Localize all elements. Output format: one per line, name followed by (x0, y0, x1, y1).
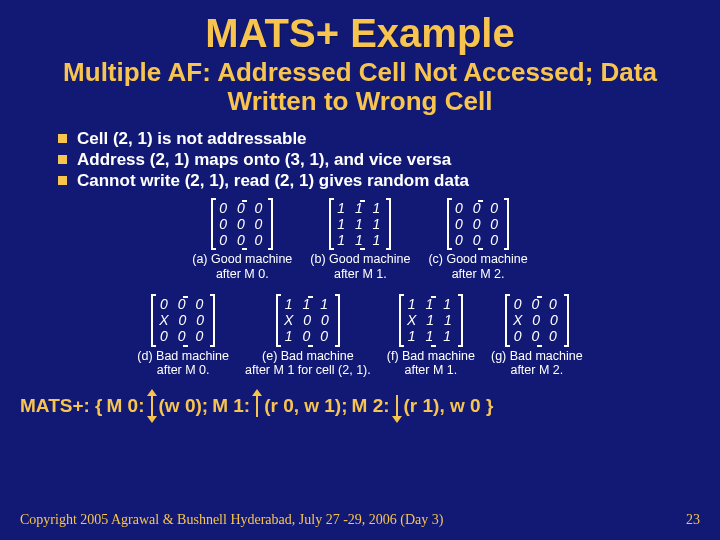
bullet-text: Cannot write (2, 1), read (2, 1) gives r… (77, 171, 469, 191)
good-matrix-row: 0 0 0 0 0 0 0 0 0 (a) Good machine after… (18, 199, 702, 281)
matrix-row: 0 0 0 (219, 216, 265, 232)
mats-m1-label: M 1: (212, 395, 250, 417)
matrix-brackets: 1 1 1 X 1 1 1 1 1 (399, 295, 463, 345)
matrix-row: 0 0 0 (219, 232, 265, 248)
matrix-row: X 1 1 (407, 312, 455, 328)
matrix-row: 0 0 0 (513, 328, 561, 344)
matrix-row: X 0 0 (159, 312, 207, 328)
matrix-row: 0 0 0 (513, 296, 561, 312)
bullet-text: Address (2, 1) maps onto (3, 1), and vic… (77, 150, 451, 170)
matrix-row: 0 0 0 (455, 232, 501, 248)
mats-r1w0: (r 1), w 0 } (404, 395, 494, 417)
matrix-row: 0 0 0 (455, 216, 501, 232)
matrix-row: 1 1 1 (337, 216, 383, 232)
matrix-c: 0 0 0 0 0 0 0 0 0 (c) Good machine after… (428, 199, 527, 281)
bullet-list: Cell (2, 1) is not addressable Address (… (58, 129, 702, 191)
matrix-brackets: 0 0 0 0 0 0 0 0 0 (211, 199, 273, 249)
bullet-text: Cell (2, 1) is not addressable (77, 129, 307, 149)
matrix-caption: (e) Bad machine after M 1 for cell (2, 1… (245, 349, 371, 378)
bullet-item: Cell (2, 1) is not addressable (58, 129, 702, 149)
matrix-brackets: 0 0 0 X 0 0 0 0 0 (505, 295, 569, 345)
matrix-row: 0 0 0 (219, 200, 265, 216)
bullet-icon (58, 155, 67, 164)
matrix-brackets: 1 1 1 1 1 1 1 1 1 (329, 199, 391, 249)
slide-title: MATS+ Example (18, 12, 702, 54)
matrix-row: X 0 0 (513, 312, 561, 328)
matrix-caption: (g) Bad machine after M 2. (491, 349, 583, 378)
matrix-row: 1 1 1 (407, 296, 455, 312)
matrix-row: X 0 0 (284, 312, 332, 328)
mats-w0: (w 0); (159, 395, 209, 417)
arrow-down-icon (396, 395, 398, 417)
bullet-icon (58, 176, 67, 185)
matrix-b: 1 1 1 1 1 1 1 1 1 (b) Good machine after… (310, 199, 410, 281)
page-number: 23 (686, 512, 700, 528)
matrix-brackets: 1 1 1 X 0 0 1 0 0 (276, 295, 340, 345)
bad-matrix-row: 0 0 0 X 0 0 0 0 0 (d) Bad machine after … (18, 295, 702, 377)
matrix-caption: (c) Good machine after M 2. (428, 252, 527, 281)
arrow-up-icon (256, 395, 258, 417)
matrix-row: 1 0 0 (284, 328, 332, 344)
arrow-updown-icon (151, 395, 153, 417)
matrix-caption: (f) Bad machine after M 1. (387, 349, 475, 378)
matrix-caption: (b) Good machine after M 1. (310, 252, 410, 281)
matrix-row: 0 0 0 (159, 296, 207, 312)
mats-label: MATS+: { (20, 395, 103, 417)
mats-m2-label: M 2: (352, 395, 390, 417)
matrix-brackets: 0 0 0 0 0 0 0 0 0 (447, 199, 509, 249)
slide-subtitle: Multiple AF: Addressed Cell Not Accessed… (18, 58, 702, 115)
matrix-caption: (d) Bad machine after M 0. (137, 349, 229, 378)
matrix-row: 0 0 0 (455, 200, 501, 216)
matrix-caption: (a) Good machine after M 0. (192, 252, 292, 281)
matrix-row: 1 1 1 (337, 200, 383, 216)
slide: MATS+ Example Multiple AF: Addressed Cel… (0, 0, 720, 540)
mats-r0w1: (r 0, w 1); (264, 395, 347, 417)
matrix-g: 0 0 0 X 0 0 0 0 0 (g) Bad machine after … (491, 295, 583, 377)
bullet-icon (58, 134, 67, 143)
matrix-d: 0 0 0 X 0 0 0 0 0 (d) Bad machine after … (137, 295, 229, 377)
mats-m0-label: M 0: (107, 395, 145, 417)
bullet-item: Cannot write (2, 1), read (2, 1) gives r… (58, 171, 702, 191)
matrix-row: 1 1 1 (337, 232, 383, 248)
matrix-row: 1 1 1 (284, 296, 332, 312)
matrix-e: 1 1 1 X 0 0 1 0 0 (e) Bad machine after … (245, 295, 371, 377)
matrix-a: 0 0 0 0 0 0 0 0 0 (a) Good machine after… (192, 199, 292, 281)
matrix-row: 0 0 0 (159, 328, 207, 344)
matrix-f: 1 1 1 X 1 1 1 1 1 (f) Bad machine after … (387, 295, 475, 377)
matrix-row: 1 1 1 (407, 328, 455, 344)
matrix-brackets: 0 0 0 X 0 0 0 0 0 (151, 295, 215, 345)
slide-footer: Copyright 2005 Agrawal & Bushnell Hydera… (20, 512, 700, 528)
mats-algorithm-line: MATS+: { M 0: (w 0); M 1: (r 0, w 1); M … (20, 395, 702, 417)
footer-left: Copyright 2005 Agrawal & Bushnell Hydera… (20, 512, 443, 528)
bullet-item: Address (2, 1) maps onto (3, 1), and vic… (58, 150, 702, 170)
